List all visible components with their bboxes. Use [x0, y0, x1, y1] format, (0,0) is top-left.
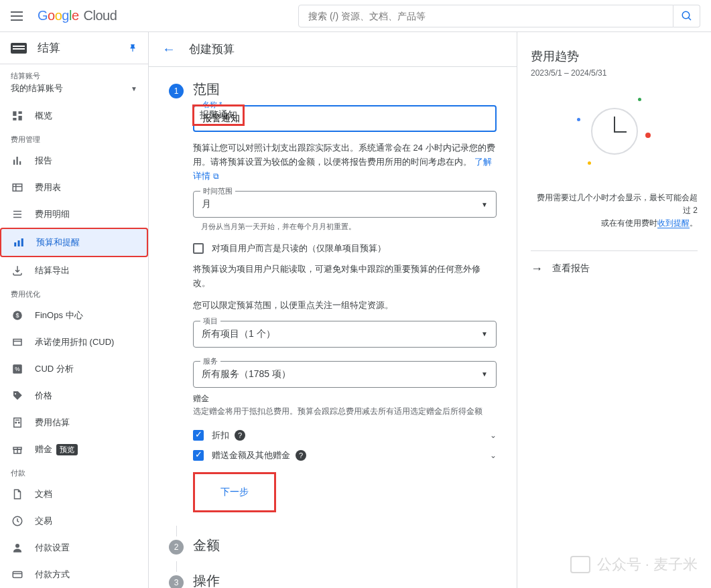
sidebar-item-doc[interactable]: 文档 — [0, 481, 148, 508]
project-select[interactable]: 所有项目（1 个） ▼ — [194, 321, 496, 347]
svg-point-24 — [15, 393, 16, 394]
step-1-title: 范围 — [193, 80, 220, 98]
expand-gift-icon[interactable]: ⌄ — [490, 451, 497, 460]
sidebar-item-tag[interactable]: 价格 — [0, 382, 148, 409]
sidebar-item-label: CUD 分析 — [35, 363, 74, 375]
sidebar-item-label: 费用表 — [35, 181, 61, 194]
help-icon[interactable]: ? — [235, 430, 245, 441]
sidebar-item-cud[interactable]: 承诺使用折扣 (CUD) — [0, 329, 148, 356]
svg-rect-15 — [14, 242, 16, 246]
gift-icon — [11, 443, 24, 456]
account-value: 我的结算账号 — [11, 82, 63, 94]
svg-text:$: $ — [15, 312, 19, 319]
dropdown-arrow-icon: ▼ — [481, 370, 488, 378]
wechat-icon — [570, 556, 590, 573]
svg-rect-17 — [21, 238, 23, 246]
right-panel: 费用趋势 2023/5/1 – 2024/5/31 费用需要过几个小时才会显示，… — [517, 32, 711, 588]
sidebar-item-label: 交易 — [35, 515, 52, 527]
tag-icon — [11, 389, 24, 402]
sidebar-item-label: 价格 — [35, 390, 52, 402]
sidebar-item-list[interactable]: 费用明细 — [0, 201, 148, 228]
nav-section-header: 费用管理 — [0, 129, 148, 147]
arrow-right-icon: → — [531, 262, 543, 276]
main-content: ← 创建预算 1 范围 名称 * 报警通知 预算让您可以对照计划支出跟踪实际支出… — [149, 32, 517, 588]
view-report-button[interactable]: → 查看报告 — [531, 250, 698, 276]
discount-checkbox[interactable] — [193, 430, 204, 441]
sidebar-item-calc[interactable]: 费用估算 — [0, 409, 148, 436]
preview-badge: 预览 — [56, 444, 78, 455]
svg-point-27 — [15, 422, 17, 423]
finops-icon: $ — [11, 309, 24, 322]
sidebar-item-label: 概览 — [35, 110, 52, 122]
svg-rect-9 — [13, 184, 22, 192]
sidebar-item-dashboard[interactable]: 概览 — [0, 102, 148, 129]
sidebar-item-card[interactable]: 付款方式 — [0, 561, 148, 588]
pin-icon[interactable] — [128, 44, 137, 53]
trend-note: 费用需要过几个小时才会显示，最长可能会超过 2 或在有使用费时收到提醒。 — [531, 192, 698, 230]
page-header: ← 创建预算 — [149, 32, 517, 67]
budget-description: 预算让您可以对照计划支出跟踪实际支出。系统通常会在 24 小时内记录您的费用。请… — [193, 141, 497, 183]
watermark: 公众号 · 麦子米 — [570, 555, 698, 575]
sidebar-item-table[interactable]: 费用表 — [0, 174, 148, 201]
nav-section-header: 费用优化 — [0, 284, 148, 302]
next-button[interactable]: 下一步 — [211, 482, 258, 502]
logo[interactable]: Google Cloud — [38, 8, 117, 23]
gift-checkbox[interactable] — [193, 450, 204, 461]
budget-icon — [12, 236, 25, 249]
svg-rect-3 — [19, 111, 22, 114]
sidebar-item-clock[interactable]: 交易 — [0, 508, 148, 534]
readonly-checkbox[interactable] — [193, 243, 204, 254]
trend-title: 费用趋势 — [531, 48, 698, 64]
sidebar-item-percent[interactable]: %CUD 分析 — [0, 356, 148, 382]
svg-rect-6 — [13, 160, 15, 165]
sidebar-item-budget[interactable]: 预算和提醒 — [0, 228, 148, 257]
step-3-title: 操作 — [193, 572, 220, 588]
card-icon — [11, 568, 24, 581]
expand-discount-icon[interactable]: ⌄ — [490, 431, 497, 440]
sidebar-item-gift[interactable]: 赠金预览 — [0, 436, 148, 463]
account-selector[interactable]: 结算账号 我的结算账号 ▼ — [0, 64, 148, 102]
sidebar-item-label: FinOps 中心 — [35, 309, 83, 321]
list-icon — [11, 208, 24, 221]
credits-heading: 赠金 — [193, 393, 497, 405]
highlight-name: 报警通知 — [192, 104, 245, 126]
sidebar-item-finops[interactable]: $FinOps 中心 — [0, 302, 148, 329]
doc-icon — [11, 488, 24, 501]
page-title: 创建预算 — [189, 42, 235, 57]
calc-icon — [11, 416, 24, 429]
readonly-label: 对项目用户而言是只读的（仅限单项目预算） — [212, 242, 386, 254]
sidebar-item-bar[interactable]: 报告 — [0, 147, 148, 174]
back-arrow-icon[interactable]: ← — [162, 42, 176, 57]
search-button[interactable] — [673, 5, 700, 27]
alert-link[interactable]: 收到提醒 — [657, 218, 690, 228]
time-range-label: 时间范围 — [200, 186, 235, 196]
project-label: 项目 — [200, 316, 220, 326]
menu-icon[interactable] — [11, 8, 27, 24]
search-input[interactable] — [298, 5, 673, 27]
svg-rect-4 — [19, 116, 22, 121]
sidebar-item-label: 赠金 — [35, 443, 52, 455]
sidebar-title: 结算 — [38, 40, 128, 56]
cud-icon — [11, 336, 24, 349]
help-icon[interactable]: ? — [296, 450, 306, 461]
dropdown-arrow-icon: ▼ — [481, 201, 488, 208]
svg-rect-8 — [19, 161, 21, 165]
sidebar-item-person[interactable]: 付款设置 — [0, 534, 148, 561]
sidebar-item-label: 付款方式 — [35, 569, 70, 581]
dropdown-arrow-icon: ▼ — [481, 330, 488, 338]
service-select[interactable]: 所有服务（1785 项） ▼ — [194, 362, 496, 387]
step-1-number: 1 — [169, 84, 184, 98]
external-link-icon: ⧉ — [213, 171, 219, 181]
billing-icon — [11, 43, 27, 54]
time-range-select[interactable]: 月 ▼ — [194, 192, 496, 217]
step-3-number: 3 — [169, 575, 184, 588]
credits-description: 选定赠金将用于抵扣总费用。预算会跟踪总费用减去所有适用选定赠金后所得金额 — [193, 406, 497, 417]
discount-label: 折扣 — [212, 429, 229, 441]
svg-point-28 — [19, 422, 20, 423]
svg-rect-7 — [17, 157, 18, 165]
sidebar-item-export[interactable]: 结算导出 — [0, 257, 148, 284]
export-icon — [11, 264, 24, 277]
person-icon — [11, 541, 24, 555]
sidebar: 结算 结算账号 我的结算账号 ▼ 概览费用管理报告费用表费用明细预算和提醒结算导… — [0, 32, 149, 588]
sidebar-item-label: 付款设置 — [35, 542, 70, 554]
